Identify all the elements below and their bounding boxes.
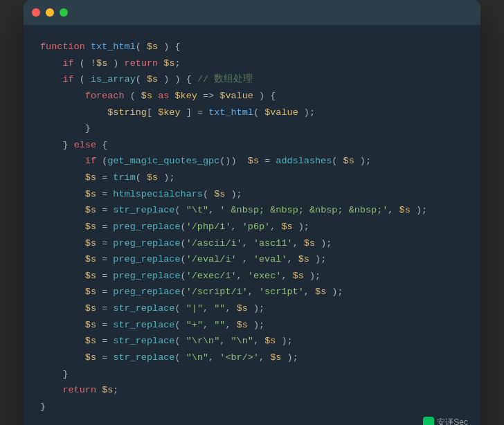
code-window: function txt_html( $s ) { if ( !$s ) ret… [24,0,480,425]
wechat-icon [423,417,434,425]
code-container: function txt_html( $s ) { if ( !$s ) ret… [24,25,480,425]
minimize-button[interactable] [46,8,54,17]
watermark-label: 安译Sec [437,417,468,425]
titlebar [24,0,480,25]
watermark: 安译Sec [423,417,468,425]
maximize-button[interactable] [60,8,68,17]
close-button[interactable] [32,8,40,17]
code-block: function txt_html( $s ) { if ( !$s ) ret… [24,25,480,425]
